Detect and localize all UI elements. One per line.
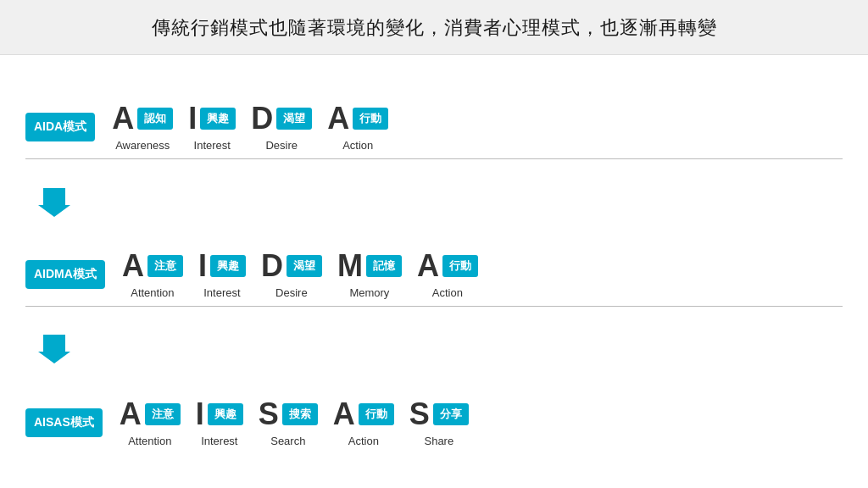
arrow-section-0 [25, 186, 843, 219]
item-english-aisas-3: Action [348, 435, 379, 447]
model-row-aidma: AIDMA模式A注意AttentionI興趣InterestD渴望DesireM… [25, 246, 843, 304]
model-item-aidma-3: M記憶Memory [337, 251, 402, 299]
item-tag-aisas-2: 搜索 [282, 403, 318, 425]
item-letter-aisas-4: S [409, 399, 430, 430]
model-items-aidma: A注意AttentionI興趣InterestD渴望DesireM記憶Memor… [122, 251, 843, 299]
model-section-aisas: AISAS模式A注意AttentionI興趣InterestS搜索SearchA… [25, 366, 843, 480]
item-english-aisas-0: Attention [128, 435, 171, 447]
model-section-aida: AIDA模式A認知AwarenessI興趣InterestD渴望DesireA行… [25, 72, 843, 186]
svg-marker-1 [38, 335, 70, 363]
item-top-aidma-1: I興趣 [198, 251, 246, 281]
item-tag-aidma-2: 渴望 [287, 255, 322, 277]
arrow-section-1 [25, 332, 843, 366]
model-label-aida: AIDA模式 [25, 113, 95, 141]
model-label-aisas: AISAS模式 [25, 408, 103, 437]
main-container: 傳統行銷模式也隨著環境的變化，消費者心理模式，也逐漸再轉變 AIDA模式A認知A… [0, 0, 868, 488]
item-top-aisas-2: S搜索 [259, 399, 318, 430]
model-items-aisas: A注意AttentionI興趣InterestS搜索SearchA行動Actio… [120, 399, 843, 447]
model-item-aisas-2: S搜索Search [259, 399, 318, 447]
models-wrapper: AIDA模式A認知AwarenessI興趣InterestD渴望DesireA行… [25, 72, 843, 480]
model-item-aida-0: A認知Awareness [112, 103, 173, 152]
item-letter-aidma-1: I [198, 251, 207, 281]
model-row-aida: AIDA模式A認知AwarenessI興趣InterestD渴望DesireA行… [25, 98, 843, 157]
item-top-aida-3: A行動 [327, 103, 388, 134]
item-letter-aida-0: A [112, 103, 134, 134]
model-item-aisas-1: I興趣Interest [196, 399, 243, 447]
item-tag-aida-0: 認知 [137, 108, 173, 130]
item-english-aida-2: Desire [265, 139, 298, 152]
item-english-aisas-4: Share [424, 435, 453, 447]
title-bar: 傳統行銷模式也隨著環境的變化，消費者心理模式，也逐漸再轉變 [0, 0, 868, 55]
item-letter-aidma-3: M [337, 251, 363, 281]
item-top-aida-2: D渴望 [251, 103, 312, 134]
item-letter-aisas-0: A [120, 399, 142, 430]
item-letter-aisas-1: I [196, 399, 204, 430]
svg-marker-0 [38, 188, 70, 217]
item-english-aidma-2: Desire [275, 286, 308, 299]
item-top-aidma-4: A行動 [417, 251, 478, 281]
item-letter-aidma-4: A [417, 251, 439, 281]
model-item-aisas-4: S分享Share [409, 399, 469, 447]
item-letter-aida-3: A [327, 103, 349, 134]
item-top-aidma-3: M記憶 [337, 251, 402, 281]
item-tag-aisas-0: 注意 [145, 403, 181, 425]
model-row-aisas: AISAS模式A注意AttentionI興趣InterestS搜索SearchA… [25, 394, 843, 452]
item-top-aidma-0: A注意 [122, 251, 183, 281]
item-tag-aidma-1: 興趣 [210, 255, 246, 277]
item-tag-aisas-1: 興趣 [208, 403, 243, 425]
item-letter-aida-2: D [251, 103, 273, 134]
item-english-aida-3: Action [342, 139, 373, 152]
item-top-aisas-0: A注意 [120, 399, 181, 430]
item-english-aida-0: Awareness [115, 139, 170, 152]
item-letter-aidma-2: D [261, 251, 283, 281]
model-item-aida-3: A行動Action [327, 103, 388, 152]
item-letter-aidma-0: A [122, 251, 144, 281]
model-item-aida-1: I興趣Interest [188, 103, 236, 152]
arrow-down-icon [38, 333, 70, 365]
model-item-aidma-0: A注意Attention [122, 251, 183, 299]
model-item-aidma-4: A行動Action [417, 251, 478, 299]
item-tag-aida-3: 行動 [353, 108, 388, 130]
item-english-aidma-4: Action [432, 286, 463, 299]
model-item-aidma-1: I興趣Interest [198, 251, 246, 299]
item-english-aidma-0: Attention [131, 286, 174, 299]
divider-1 [25, 306, 843, 307]
item-letter-aida-1: I [188, 103, 197, 134]
item-letter-aisas-3: A [333, 399, 355, 430]
model-item-aidma-2: D渴望Desire [261, 251, 322, 299]
model-item-aisas-0: A注意Attention [120, 399, 181, 447]
item-top-aida-0: A認知 [112, 103, 173, 134]
item-top-aida-1: I興趣 [188, 103, 236, 134]
item-letter-aisas-2: S [259, 399, 279, 430]
item-tag-aisas-4: 分享 [433, 403, 469, 425]
model-items-aida: A認知AwarenessI興趣InterestD渴望DesireA行動Actio… [112, 103, 843, 152]
item-tag-aidma-4: 行動 [442, 255, 478, 277]
item-english-aisas-2: Search [270, 435, 305, 447]
item-english-aida-1: Interest [194, 139, 231, 152]
model-section-aidma: AIDMA模式A注意AttentionI興趣InterestD渴望DesireM… [25, 219, 843, 333]
item-tag-aida-1: 興趣 [200, 108, 236, 130]
item-english-aidma-3: Memory [349, 286, 389, 299]
page-title: 傳統行銷模式也隨著環境的變化，消費者心理模式，也逐漸再轉變 [152, 17, 717, 38]
item-top-aisas-3: A行動 [333, 399, 394, 430]
model-label-aidma: AIDMA模式 [25, 260, 105, 289]
item-tag-aisas-3: 行動 [359, 403, 394, 425]
item-english-aidma-1: Interest [203, 286, 240, 299]
item-tag-aidma-0: 注意 [147, 255, 183, 277]
content-area: AIDA模式A認知AwarenessI興趣InterestD渴望DesireA行… [0, 55, 868, 488]
item-english-aisas-1: Interest [201, 435, 237, 447]
divider-0 [25, 158, 843, 159]
arrow-down-icon [38, 186, 70, 219]
item-top-aisas-1: I興趣 [196, 399, 243, 430]
item-tag-aida-2: 渴望 [276, 108, 312, 130]
model-item-aida-2: D渴望Desire [251, 103, 312, 152]
model-item-aisas-3: A行動Action [333, 399, 394, 447]
item-top-aisas-4: S分享 [409, 399, 469, 430]
item-top-aidma-2: D渴望 [261, 251, 322, 281]
item-tag-aidma-3: 記憶 [366, 255, 402, 277]
